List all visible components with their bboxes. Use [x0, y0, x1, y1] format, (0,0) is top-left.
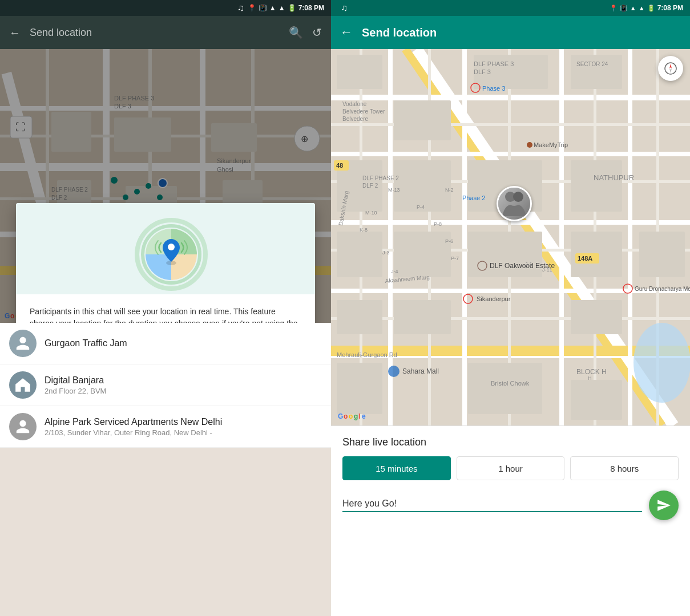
svg-text:Phase 2: Phase 2 — [462, 194, 485, 201]
message-input-row — [342, 491, 679, 520]
svg-text:J-1: J-1 — [525, 261, 532, 267]
dialog-description: Participants in this chat will see your … — [30, 306, 301, 323]
left-status-icons: 📍 📳 ▲ ▲ 🔋 7:08 PM — [248, 4, 324, 12]
svg-text:MakeMyTrip: MakeMyTrip — [534, 141, 568, 148]
svg-rect-63 — [462, 49, 467, 425]
left-time: 7:08 PM — [298, 4, 324, 12]
dialog-header — [16, 203, 315, 294]
svg-text:Belvedere: Belvedere — [342, 116, 368, 122]
svg-text:P-6: P-6 — [445, 238, 453, 244]
svg-text:DLF PHASE 3: DLF PHASE 3 — [474, 60, 514, 67]
svg-text:DLF 3: DLF 3 — [474, 68, 491, 75]
svg-rect-85 — [468, 232, 542, 277]
send-button[interactable] — [649, 491, 679, 520]
contact-list: Gurgaon Traffic Jam Digital Banjara 2nd … — [0, 323, 331, 448]
svg-rect-64 — [559, 49, 564, 425]
svg-rect-84 — [394, 232, 451, 277]
vibrate-icon: 📳 — [259, 4, 267, 12]
duration-15-minutes[interactable]: 15 minutes — [342, 456, 451, 480]
battery-icon: 🔋 — [288, 4, 296, 12]
svg-text:M-10: M-10 — [365, 210, 377, 216]
contact-name: Digital Banjara — [45, 375, 322, 386]
right-map: SECTOR 24 DLF PHASE 3 DLF 3 Vodafone Bel… — [331, 49, 690, 425]
svg-point-119 — [388, 366, 400, 377]
svg-text:Phase 3: Phase 3 — [482, 85, 505, 92]
left-search-button[interactable]: 🔍 — [289, 26, 303, 39]
signal-icon: ▲ — [279, 4, 285, 12]
svg-text:BLOCK H: BLOCK H — [576, 368, 607, 376]
dialog-icon-wrap — [134, 217, 197, 280]
svg-text:Vodafone: Vodafone — [342, 101, 367, 107]
right-location-icon: 📍 — [610, 5, 618, 12]
contact-name: Alpine Park Serviced Apartments New Delh… — [45, 417, 322, 427]
left-toolbar: ← Send location 🔍 ↺ — [0, 16, 331, 49]
right-time: 7:08 PM — [657, 4, 683, 12]
svg-text:N-2: N-2 — [445, 187, 454, 193]
list-item[interactable]: Gurgaon Traffic Jam — [0, 323, 331, 364]
svg-rect-89 — [394, 300, 451, 334]
svg-rect-87 — [639, 232, 685, 277]
contact-sub: 2nd Floor 22, BVM — [45, 387, 322, 395]
svg-text:J-11: J-11 — [542, 267, 552, 273]
compass-button[interactable] — [658, 56, 683, 81]
svg-text:Bristol Chowk: Bristol Chowk — [491, 380, 530, 387]
list-item[interactable]: Digital Banjara 2nd Floor 22, BVM — [0, 364, 331, 406]
left-map: DLF PHASE 3 DLF 3 DLF PHASE 2 DLF 2 Sika… — [0, 49, 331, 323]
svg-text:H: H — [588, 375, 592, 381]
dialog-map-icon — [134, 217, 208, 291]
list-item[interactable]: Alpine Park Serviced Apartments New Delh… — [0, 406, 331, 448]
message-input-wrap — [342, 499, 642, 512]
share-location-dialog: Participants in this chat will see your … — [16, 203, 315, 323]
svg-rect-75 — [337, 55, 382, 89]
duration-buttons: 15 minutes 1 hour 8 hours — [342, 456, 679, 480]
svg-text:e: e — [362, 412, 366, 420]
contact-name: Gurgaon Traffic Jam — [45, 338, 322, 348]
svg-text:DLF 2: DLF 2 — [362, 183, 378, 189]
svg-rect-92 — [468, 363, 542, 414]
right-page-title: Send location — [362, 26, 681, 39]
svg-point-94 — [633, 323, 690, 403]
svg-rect-91 — [337, 363, 382, 414]
svg-text:G: G — [338, 412, 343, 420]
right-vibrate-icon: 📳 — [620, 5, 628, 12]
user-avatar-image — [500, 188, 528, 220]
contact-info-alpine: Alpine Park Serviced Apartments New Delh… — [45, 417, 322, 437]
svg-point-51 — [168, 244, 175, 250]
svg-rect-76 — [394, 100, 451, 140]
svg-point-150 — [513, 192, 523, 202]
svg-text:M-13: M-13 — [388, 187, 400, 193]
svg-text:SECTOR 24: SECTOR 24 — [576, 61, 608, 67]
contact-info-digital: Digital Banjara 2nd Floor 22, BVM — [45, 375, 322, 395]
location-icon: 📍 — [248, 4, 256, 12]
wifi-icon: ▲ — [269, 4, 276, 12]
svg-text:Guru Dronacharya Metro: Guru Dronacharya Metro — [635, 286, 690, 292]
duration-1-hour[interactable]: 1 hour — [457, 456, 565, 480]
left-page-title: Send location — [30, 27, 280, 39]
left-refresh-button[interactable]: ↺ — [312, 26, 322, 39]
svg-text:48: 48 — [336, 162, 343, 169]
svg-rect-78 — [571, 55, 622, 89]
right-panel: ♫ 📍 📳 ▲ ▲ 🔋 7:08 PM ← Send location — [331, 0, 690, 616]
right-back-button[interactable]: ← — [340, 25, 353, 40]
left-back-button[interactable]: ← — [9, 26, 21, 39]
svg-point-103 — [527, 142, 532, 148]
svg-text:K-8: K-8 — [360, 227, 368, 233]
duration-8-hours[interactable]: 8 hours — [570, 456, 679, 480]
avatar-alpine — [9, 413, 37, 440]
svg-text:DLF PHASE 2: DLF PHASE 2 — [362, 175, 399, 181]
message-input[interactable] — [342, 499, 642, 509]
svg-marker-147 — [669, 64, 672, 68]
svg-text:P-7: P-7 — [451, 256, 459, 261]
right-map-svg: SECTOR 24 DLF PHASE 3 DLF 3 Vodafone Bel… — [331, 49, 690, 425]
svg-rect-65 — [628, 49, 632, 425]
right-battery-icon: 🔋 — [647, 5, 655, 12]
right-spotify-icon: ♫ — [341, 3, 348, 13]
svg-text:g: g — [354, 412, 358, 420]
svg-text:l: l — [358, 412, 360, 420]
user-location-photo — [497, 186, 532, 221]
svg-text:148A: 148A — [578, 255, 592, 262]
svg-text:Sahara Mall: Sahara Mall — [402, 367, 439, 375]
left-panel: ♫ 📍 📳 ▲ ▲ 🔋 7:08 PM ← Send location 🔍 ↺ — [0, 0, 331, 616]
right-toolbar: ← Send location — [331, 16, 690, 49]
svg-text:J-3: J-3 — [382, 250, 390, 256]
